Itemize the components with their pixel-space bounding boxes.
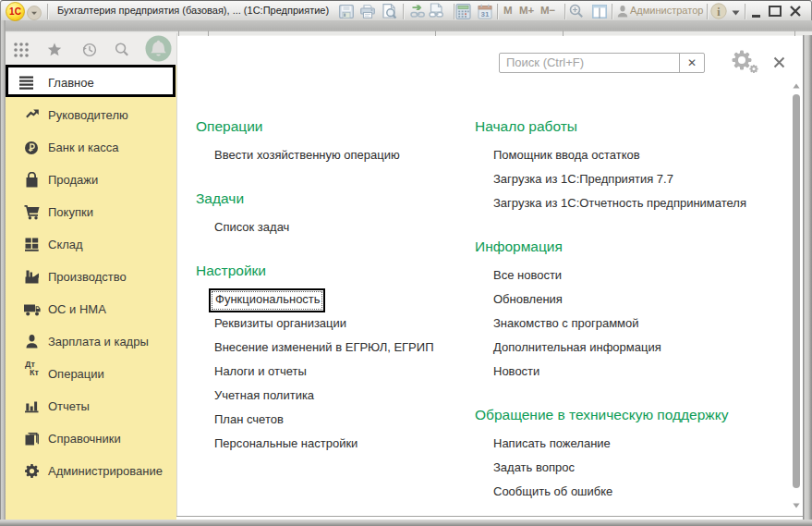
svg-text:31: 31 bbox=[481, 10, 490, 18]
svg-text:1С: 1С bbox=[9, 6, 21, 17]
